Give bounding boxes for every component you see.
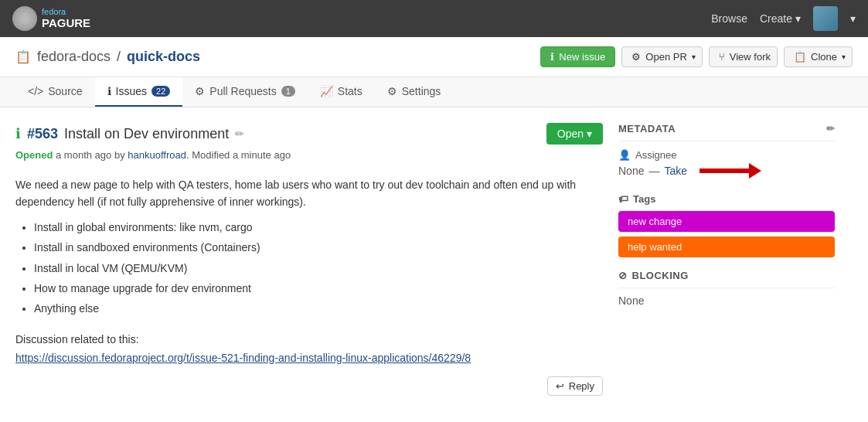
tab-settings[interactable]: ⚙ Settings	[375, 77, 454, 107]
list-item: Install in global environments: like nvm…	[34, 219, 603, 236]
issue-main: ℹ #563 Install on Dev environment ✏ Open…	[15, 123, 603, 396]
open-pr-button[interactable]: ⚙ Open PR ▾	[621, 46, 702, 67]
svg-point-1	[22, 15, 28, 22]
logo-fedora: fedora	[42, 8, 90, 16]
new-issue-button[interactable]: ℹ New issue	[540, 46, 615, 67]
create-button[interactable]: Create ▾	[760, 12, 801, 25]
browse-link[interactable]: Browse	[711, 12, 747, 25]
assignee-value: None — Take	[618, 164, 835, 178]
repo-title: 📋 fedora-docs / quick-docs	[15, 49, 200, 65]
avatar[interactable]	[813, 6, 838, 31]
logo-icon	[12, 6, 37, 31]
tab-source[interactable]: </> Source	[15, 77, 95, 107]
issues-icon: ℹ	[107, 85, 111, 97]
open-caret-icon: ▾	[587, 128, 592, 140]
create-caret-icon: ▾	[795, 12, 801, 25]
reply-button[interactable]: ↩ Reply	[547, 376, 603, 396]
assignee-row: 👤 Assignee	[618, 149, 835, 161]
tab-settings-label: Settings	[402, 85, 441, 97]
logo-pagure: PAGURE	[42, 16, 90, 30]
settings-icon: ⚙	[387, 85, 397, 97]
issue-edit-icon[interactable]: ✏	[235, 128, 244, 140]
reply-icon: ↩	[556, 380, 564, 392]
avatar-caret-icon: ▾	[850, 12, 856, 25]
issue-body-paragraph: We need a new page to help with QA teste…	[15, 176, 603, 211]
tab-issues-label: Issues	[116, 85, 147, 97]
info-icon: ℹ	[550, 51, 554, 63]
pr-caret-icon: ▾	[692, 53, 696, 61]
pr-badge: 1	[281, 86, 295, 97]
pr-icon: ⚙	[631, 51, 641, 63]
tags-section: 🏷 Tags new change help wanted	[618, 193, 835, 257]
clone-button[interactable]: 📋 Clone ▾	[784, 46, 853, 67]
assignee-arrow	[700, 164, 761, 178]
issue-status-label: Open	[557, 128, 584, 140]
list-item: Anything else	[34, 300, 603, 317]
avatar-dropdown-button[interactable]: ▾	[850, 12, 856, 25]
logo[interactable]: fedora PAGURE	[12, 6, 90, 31]
repo-separator: /	[117, 49, 121, 65]
open-pr-label: Open PR	[645, 51, 686, 63]
tab-stats[interactable]: 📈 Stats	[308, 77, 375, 107]
repo-icon: 📋	[15, 49, 31, 64]
issue-author-link[interactable]: hankuoffroad	[128, 149, 186, 161]
discussion-label: Discussion related to this:	[15, 333, 603, 345]
blocking-none: None	[618, 294, 835, 307]
issue-number: #563	[27, 126, 58, 142]
stats-icon: 📈	[320, 85, 333, 97]
create-label: Create	[760, 12, 792, 25]
discussion-link[interactable]: https://discussion.fedoraproject.org/t/i…	[15, 352, 471, 364]
navbar: fedora PAGURE Browse Create ▾ ▾	[0, 0, 868, 37]
assignee-none: None	[618, 165, 644, 177]
repo-header: 📋 fedora-docs / quick-docs ℹ New issue ⚙…	[0, 37, 868, 77]
blocking-section: ⊘ Blocking None	[618, 270, 835, 307]
reply-label: Reply	[569, 380, 594, 392]
tag-help-wanted[interactable]: help wanted	[618, 237, 835, 257]
navbar-left: fedora PAGURE	[12, 6, 90, 31]
tab-issues[interactable]: ℹ Issues 22	[95, 77, 183, 107]
source-icon: </>	[28, 85, 43, 97]
issue-modified: Modified a minute ago	[192, 149, 291, 161]
clone-label: Clone	[811, 51, 837, 63]
repo-actions: ℹ New issue ⚙ Open PR ▾ ⑂ View fork 📋 Cl…	[540, 46, 853, 67]
tag-new-change[interactable]: new change	[618, 211, 835, 232]
tab-source-label: Source	[48, 85, 82, 97]
issue-title-text: Install on Dev environment	[64, 126, 229, 142]
repo-org-link[interactable]: fedora-docs	[37, 49, 111, 65]
issue-opened-label: Opened	[15, 149, 53, 161]
tab-pr-label: Pull Requests	[209, 85, 276, 97]
issue-status-icon: ℹ	[15, 125, 21, 142]
blocking-label: Blocking	[632, 270, 689, 281]
metadata-edit-icon[interactable]: ✏	[826, 123, 836, 134]
reply-section: ↩ Reply	[15, 376, 603, 396]
issue-by: by	[114, 149, 125, 161]
issues-badge: 22	[151, 86, 170, 97]
clone-caret-icon: ▾	[842, 53, 846, 61]
clone-icon: 📋	[794, 51, 806, 63]
fork-icon: ⑂	[719, 51, 725, 63]
tabs: </> Source ℹ Issues 22 ⚙ Pull Requests 1…	[0, 77, 868, 107]
metadata-title: METADATA	[618, 123, 676, 134]
assignee-take-link[interactable]: Take	[664, 165, 687, 177]
issue-open-button[interactable]: Open ▾	[546, 123, 603, 145]
view-fork-button[interactable]: ⑂ View fork	[709, 46, 778, 67]
issue-title-left: ℹ #563 Install on Dev environment ✏	[15, 125, 244, 142]
assignee-dash: —	[648, 165, 659, 177]
issue-time-ago: a month ago	[56, 149, 111, 161]
tags-icon: 🏷	[618, 193, 628, 205]
list-item: Install in local VM (QEMU/KVM)	[34, 260, 603, 277]
assignee-icon: 👤	[618, 149, 631, 161]
tab-pull-requests[interactable]: ⚙ Pull Requests 1	[182, 77, 308, 107]
content-area: ℹ #563 Install on Dev environment ✏ Open…	[0, 107, 850, 411]
avatar-image	[813, 6, 838, 31]
blocking-icon: ⊘	[618, 270, 628, 281]
pr-tab-icon: ⚙	[195, 85, 205, 97]
logo-text-block: fedora PAGURE	[42, 8, 90, 30]
blocking-header: ⊘ Blocking	[618, 270, 835, 288]
issue-title-row: ℹ #563 Install on Dev environment ✏ Open…	[15, 123, 603, 145]
repo-name-link[interactable]: quick-docs	[127, 49, 200, 65]
list-item: Install in sandboxed environments (Conta…	[34, 239, 603, 256]
new-issue-label: New issue	[559, 51, 605, 63]
navbar-right: Browse Create ▾ ▾	[711, 6, 856, 31]
tab-stats-label: Stats	[338, 85, 363, 97]
